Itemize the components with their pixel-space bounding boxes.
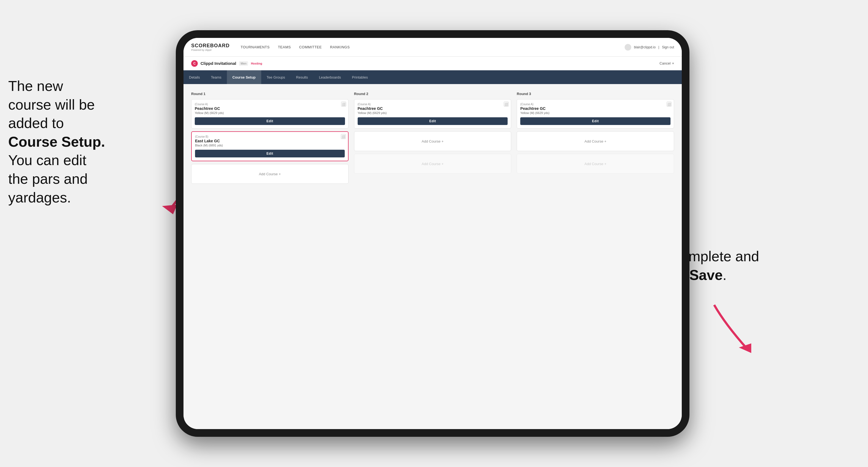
gender-badge: Men	[239, 61, 248, 66]
sub-logo: C	[191, 60, 198, 67]
round1-course-a-tag: (Course A)	[195, 103, 345, 106]
round1-course-b-tag: (Course B)	[195, 135, 345, 138]
cancel-button[interactable]: Cancel ×	[659, 61, 674, 65]
nav-links: TOURNAMENTS TEAMS COMMITTEE RANKINGS	[241, 45, 625, 49]
tab-results[interactable]: Results	[290, 70, 313, 84]
round3-course-a-delete[interactable]: ⬜	[666, 102, 672, 106]
sub-title: Clippd Invitational	[200, 61, 236, 66]
round3-add-course-text-1: Add Course +	[585, 139, 607, 144]
tab-tee-groups[interactable]: Tee Groups	[261, 70, 290, 84]
round-2-col: Round 2 ⬜ (Course A) Peachtree GC Yellow…	[354, 92, 512, 429]
annotation-line1: The new	[8, 78, 63, 94]
round3-course-a-name: Peachtree GC	[520, 106, 671, 111]
round3-course-a-card: ⬜ (Course A) Peachtree GC Yellow (M) (66…	[517, 99, 674, 129]
tab-course-setup[interactable]: Course Setup	[227, 70, 261, 84]
round1-course-b-name: East Lake GC	[195, 139, 345, 143]
round1-add-course-text: Add Course +	[259, 172, 281, 176]
nav-rankings[interactable]: RANKINGS	[330, 45, 350, 49]
tab-teams[interactable]: Teams	[206, 70, 227, 84]
annotation-line6: the pars and	[8, 171, 88, 187]
sub-header-left: C Clippd Invitational Men Hosting	[191, 60, 262, 67]
tablet-screen: SCOREBOARD Powered by clippd TOURNAMENTS…	[184, 38, 682, 429]
svg-marker-0	[162, 205, 177, 214]
sub-header: C Clippd Invitational Men Hosting Cancel…	[184, 57, 682, 70]
annotation-line7: yardages.	[8, 190, 71, 206]
tablet-frame: SCOREBOARD Powered by clippd TOURNAMENTS…	[176, 30, 689, 437]
annotation-line4-bold: Course Setup.	[8, 134, 105, 150]
round3-course-a-tag: (Course A)	[520, 103, 671, 106]
brand: SCOREBOARD Powered by clippd	[191, 43, 229, 51]
round-3-col: Round 3 ⬜ (Course A) Peachtree GC Yellow…	[517, 92, 674, 429]
annotation-line2: course will be	[8, 97, 95, 113]
nav-right: blair@clippd.io | Sign out	[625, 44, 674, 51]
right-annotation: Complete and hit Save.	[670, 247, 813, 284]
hosting-badge: Hosting	[251, 62, 262, 65]
nav-separator: |	[658, 45, 659, 49]
round1-course-a-delete[interactable]: ⬜	[341, 102, 346, 106]
round2-course-a-tag: (Course A)	[358, 103, 508, 106]
nav-teams[interactable]: TEAMS	[278, 45, 291, 49]
round2-add-course-card-1[interactable]: Add Course +	[354, 131, 512, 151]
round1-course-b-edit-button[interactable]: Edit	[195, 150, 345, 157]
round2-course-a-name: Peachtree GC	[358, 106, 508, 111]
round3-add-course-card-2: Add Course +	[517, 154, 674, 174]
avatar	[625, 44, 631, 51]
rounds-grid: Round 1 ⬜ (Course A) Peachtree GC Yellow…	[191, 92, 674, 429]
main-content: Round 1 ⬜ (Course A) Peachtree GC Yellow…	[184, 84, 682, 429]
annotation-line3: added to	[8, 115, 64, 131]
round-1-label: Round 1	[191, 92, 348, 96]
round1-course-a-name: Peachtree GC	[195, 106, 345, 111]
round2-course-a-edit-button[interactable]: Edit	[358, 117, 508, 125]
round3-course-a-info: Yellow (M) (6629 yds)	[520, 111, 671, 115]
round1-course-a-card: ⬜ (Course A) Peachtree GC Yellow (M) (66…	[191, 99, 348, 129]
round2-add-course-text-1: Add Course +	[422, 139, 444, 144]
svg-marker-1	[739, 343, 751, 353]
round3-add-course-text-2: Add Course +	[585, 162, 607, 166]
brand-name: SCOREBOARD	[191, 43, 229, 49]
round1-add-course-card[interactable]: Add Course +	[191, 164, 348, 184]
tabs-bar: Details Teams Course Setup Tee Groups Re…	[184, 70, 682, 84]
annotation-line5: You can edit	[8, 152, 86, 168]
tab-leaderboards[interactable]: Leaderboards	[313, 70, 346, 84]
round1-course-b-delete[interactable]: ⬜	[341, 134, 346, 139]
round1-course-b-card: ⬜ (Course B) East Lake GC Black (M) (689…	[191, 131, 348, 161]
round1-course-a-edit-button[interactable]: Edit	[195, 117, 345, 125]
top-nav: SCOREBOARD Powered by clippd TOURNAMENTS…	[184, 38, 682, 57]
nav-tournaments[interactable]: TOURNAMENTS	[241, 45, 270, 49]
round3-add-course-card-1[interactable]: Add Course +	[517, 131, 674, 151]
round2-add-course-text-2: Add Course +	[422, 162, 444, 166]
round-3-label: Round 3	[517, 92, 674, 96]
round2-course-a-card: ⬜ (Course A) Peachtree GC Yellow (M) (66…	[354, 99, 512, 129]
round2-course-a-info: Yellow (M) (6629 yds)	[358, 111, 508, 115]
arrow-right-icon	[703, 302, 780, 357]
brand-sub: Powered by clippd	[191, 49, 229, 51]
round3-course-a-edit-button[interactable]: Edit	[520, 117, 671, 125]
round2-add-course-card-2: Add Course +	[354, 154, 512, 174]
tab-details[interactable]: Details	[184, 70, 206, 84]
round-2-label: Round 2	[354, 92, 512, 96]
round1-course-a-info: Yellow (M) (6629 yds)	[195, 111, 345, 115]
nav-committee[interactable]: COMMITTEE	[299, 45, 322, 49]
round1-course-b-info: Black (M) (6891 yds)	[195, 144, 345, 147]
round2-course-a-delete[interactable]: ⬜	[504, 102, 509, 106]
tab-printables[interactable]: Printables	[346, 70, 373, 84]
round-1-col: Round 1 ⬜ (Course A) Peachtree GC Yellow…	[191, 92, 348, 429]
user-email: blair@clippd.io	[634, 45, 656, 49]
sign-out-link[interactable]: Sign out	[662, 45, 674, 49]
